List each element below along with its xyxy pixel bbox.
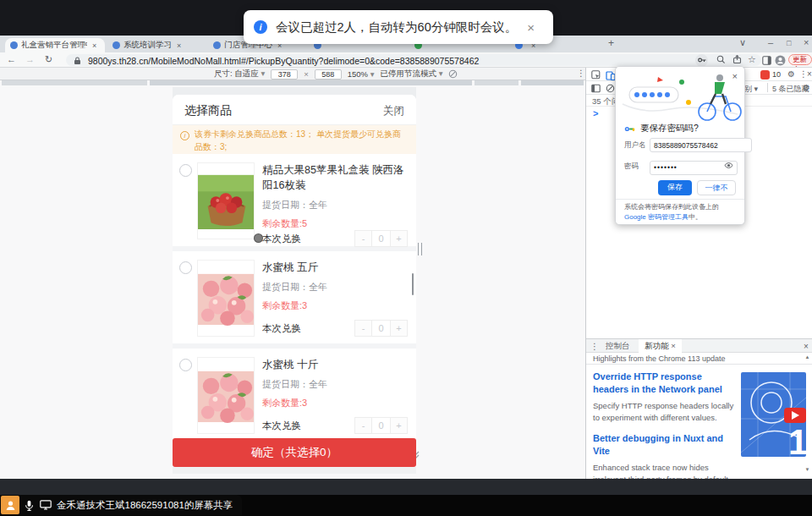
qty-value[interactable]: 0 [372, 320, 390, 337]
product-title: 水蜜桃 五斤 [262, 260, 408, 275]
product-row[interactable]: 水蜜桃 十斤 提货日期：全年 剩余数量:3 本次兑换 - 0 + [173, 349, 416, 441]
zoom-icon[interactable] [716, 55, 726, 64]
console-sidebar-icon[interactable] [591, 84, 601, 93]
tab-favicon [213, 41, 221, 49]
profile-avatar[interactable] [775, 55, 786, 66]
devtools-settings-icon[interactable]: ⚙ [787, 69, 795, 79]
media-query-segment[interactable] [475, 80, 518, 85]
page-scrollbar[interactable] [412, 273, 414, 295]
whatsnew-link[interactable]: Override HTTP response headers in the Ne… [593, 371, 735, 396]
save-password-button[interactable]: 保存 [658, 180, 692, 195]
whatsnew-video-thumbnail[interactable]: 1 [741, 372, 806, 457]
notification-close-icon[interactable]: × [527, 20, 535, 35]
device-zoom-select[interactable]: 150% ▾ [348, 69, 375, 79]
person-icon [5, 500, 16, 511]
bookmark-star-icon[interactable]: ☆ [748, 54, 756, 65]
drawer-close-icon[interactable]: × [804, 342, 809, 351]
product-radio[interactable] [179, 261, 192, 274]
devtools-close-icon[interactable]: × [807, 69, 812, 79]
media-query-segment[interactable] [2, 80, 147, 85]
caret-icon: ▾ [370, 69, 375, 79]
update-label: 更新 [793, 55, 807, 63]
qty-minus-button[interactable]: - [354, 320, 372, 337]
tab-training[interactable]: 系统培训学习 × [107, 38, 206, 52]
drawer-tab-console[interactable]: 控制台 [600, 339, 636, 353]
media-query-segment[interactable] [150, 80, 472, 85]
whatsnew-link[interactable]: Better debugging in Nuxt and Vite [593, 432, 735, 458]
share-icon[interactable] [732, 55, 742, 64]
qty-plus-button[interactable]: + [390, 320, 408, 337]
device-toolbar-more-icon[interactable]: ⋮ [577, 69, 585, 78]
device-height-input[interactable] [315, 69, 342, 80]
chrome-update-button[interactable]: 更新 ⋮ [788, 54, 812, 65]
window-maximize-button[interactable]: □ [787, 39, 791, 47]
media-query-segment[interactable] [521, 80, 584, 85]
password-manager-link[interactable]: Google 密码管理工具 [624, 213, 689, 221]
drawer-more-icon[interactable]: ⋮ [590, 342, 599, 351]
qty-minus-button[interactable]: - [354, 230, 372, 247]
product-stock: 剩余数量:3 [262, 299, 408, 312]
drawer-tab-whatsnew[interactable]: 新功能 × [639, 339, 682, 353]
username-row: 用户名 [624, 138, 738, 152]
close-sheet-button[interactable]: 关闭 [383, 104, 404, 118]
throttle-select[interactable]: 已停用节流模式 ▾ [381, 69, 443, 80]
device-side-handle[interactable] [418, 243, 422, 255]
dialog-divider [616, 199, 744, 200]
side-panel-icon[interactable] [762, 56, 771, 65]
qty-value[interactable]: 0 [372, 230, 390, 247]
screen-share-bar: 金禾通技术王斌18662591081的屏幕共享 [0, 495, 242, 515]
google-key-icon [624, 125, 635, 133]
dialog-title-row: 要保存密码吗? [624, 123, 738, 134]
password-label: 密码 [624, 162, 650, 172]
window-close-button[interactable]: × [804, 37, 809, 47]
window-minimize-button[interactable]: – [768, 37, 773, 47]
product-row[interactable]: 精品大果85苹果礼盒装 陕西洛阳16枚装 提货日期：全年 剩余数量:5 本次兑换… [173, 154, 416, 246]
product-radio[interactable] [179, 164, 192, 177]
qty-minus-button[interactable]: - [354, 417, 372, 434]
password-row: 密码 [624, 158, 738, 175]
info-icon: i [180, 131, 189, 140]
new-tab-button[interactable]: + [608, 37, 614, 49]
product-row[interactable]: 水蜜桃 五斤 提货日期：全年 剩余数量:3 本次兑换 - 0 + [173, 251, 416, 343]
screen-icon[interactable] [40, 500, 52, 510]
product-title: 水蜜桃 十斤 [262, 357, 408, 372]
product-stock: 剩余数量:3 [262, 397, 408, 409]
confirm-button[interactable]: 确定（共选择0） [173, 438, 416, 467]
device-size-select[interactable]: 尺寸: 自适应 ▾ [214, 69, 265, 80]
username-label: 用户名 [624, 140, 650, 151]
drawer-tab-close-icon[interactable]: × [671, 341, 676, 350]
tab-search-icon[interactable]: ∨ [739, 37, 746, 48]
save-password-dialog: × 要保存密码吗? 用户名 密码 [615, 66, 745, 225]
tab-gift-platform[interactable]: 礼盒营销平台管理中心 × [5, 38, 105, 52]
reload-button[interactable]: ↻ [45, 54, 52, 65]
product-radio[interactable] [179, 359, 192, 371]
microphone-icon[interactable] [25, 500, 34, 511]
product-title: 精品大果85苹果礼盒装 陕西洛阳16枚装 [262, 162, 408, 193]
tab-close-icon[interactable]: × [92, 41, 96, 50]
device-width-input[interactable] [271, 69, 298, 80]
tab-label: 礼盒营销平台管理中心 [21, 40, 87, 51]
scroll-down-arrow[interactable]: ▼ [804, 467, 811, 472]
console-settings-icon[interactable]: ⚙ [803, 83, 810, 92]
show-password-eye-icon[interactable] [724, 162, 733, 169]
toolbar-divider [767, 83, 768, 92]
error-count[interactable]: 10 [772, 70, 781, 79]
qty-value[interactable]: 0 [372, 417, 390, 434]
console-prompt[interactable]: > [593, 108, 598, 118]
participant-chip[interactable] [1, 496, 19, 514]
forward-button[interactable]: → [25, 54, 35, 64]
url-text[interactable]: 9800ys.th28.cn/MobileModNoMall.html#/Pic… [88, 56, 479, 66]
tab-close-icon[interactable]: × [177, 41, 181, 50]
screen-share-label: 金禾通技术王斌18662591081的屏幕共享 [57, 499, 233, 512]
qty-plus-button[interactable]: + [390, 230, 408, 247]
never-save-button[interactable]: 一律不 [697, 180, 736, 195]
device-toolbar: 尺寸: 自适应 ▾ × 150% ▾ 已停用节流模式 ▾ ⋮ [0, 68, 585, 80]
product-pickup-date: 提货日期：全年 [262, 378, 408, 391]
scroll-up-arrow[interactable]: ▲ [804, 354, 811, 360]
inspect-element-icon[interactable] [591, 70, 601, 80]
dialog-footer: 系统会将密码保存到此设备上的 Google 密码管理工具中。 [624, 202, 738, 222]
clear-console-icon[interactable] [606, 84, 615, 93]
back-button[interactable]: ← [7, 54, 16, 64]
qty-plus-button[interactable]: + [390, 417, 408, 434]
username-field[interactable] [650, 138, 752, 152]
